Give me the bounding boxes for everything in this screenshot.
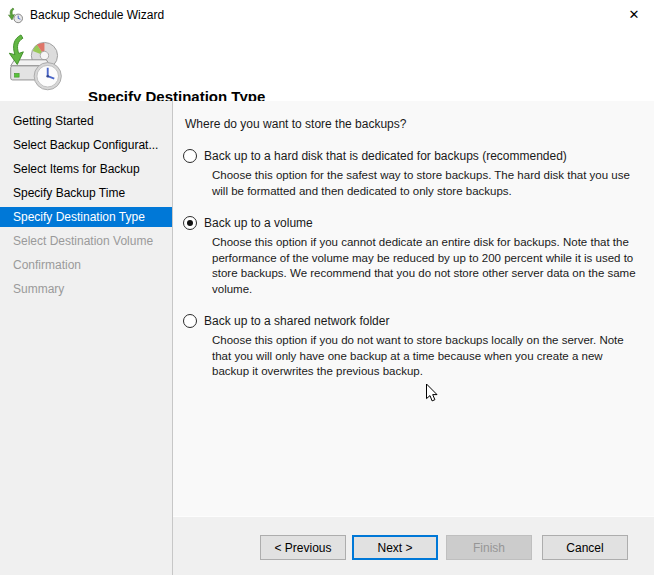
option-shared-network-folder-row[interactable]: Back up to a shared network folder: [183, 313, 640, 329]
sidebar-item-specify-backup-time[interactable]: Specify Backup Time: [0, 181, 172, 205]
option-label[interactable]: Back up to a hard disk that is dedicated…: [204, 149, 567, 163]
option-volume: Back up to a volume Choose this option i…: [185, 215, 640, 297]
window-title: Backup Schedule Wizard: [30, 8, 164, 22]
option-dedicated-hard-disk-row[interactable]: Back up to a hard disk that is dedicated…: [183, 148, 640, 164]
previous-button[interactable]: < Previous: [260, 535, 346, 560]
sidebar-item-specify-destination-type[interactable]: Specify Destination Type: [0, 207, 172, 227]
option-volume-row[interactable]: Back up to a volume: [183, 215, 640, 231]
title-bar: Backup Schedule Wizard ✕: [0, 0, 654, 30]
option-description: Choose this option if you do not want to…: [212, 333, 640, 380]
radio-volume[interactable]: [183, 216, 197, 230]
wizard-button-strip: < Previous Next > Finish Cancel: [173, 516, 654, 575]
sidebar-item-confirmation: Confirmation: [0, 253, 172, 277]
backup-disk-clock-icon: [6, 33, 66, 95]
question-label: Where do you want to store the backups?: [185, 117, 640, 132]
sidebar-item-summary: Summary: [0, 277, 172, 301]
wizard-steps-sidebar: Getting Started Select Backup Configurat…: [0, 101, 173, 575]
destination-type-panel: Where do you want to store the backups? …: [173, 101, 654, 516]
option-label[interactable]: Back up to a volume: [204, 216, 313, 230]
close-button[interactable]: ✕: [614, 0, 654, 29]
sidebar-item-select-backup-configuration[interactable]: Select Backup Configurat...: [0, 133, 172, 157]
option-shared-network-folder: Back up to a shared network folder Choos…: [185, 313, 640, 380]
option-description: Choose this option if you cannot dedicat…: [212, 235, 640, 297]
option-label[interactable]: Back up to a shared network folder: [204, 314, 389, 328]
backup-schedule-icon: [7, 7, 24, 24]
radio-dedicated-hard-disk[interactable]: [183, 149, 197, 163]
finish-button[interactable]: Finish: [446, 535, 532, 560]
next-button[interactable]: Next >: [352, 535, 438, 560]
radio-shared-network-folder[interactable]: [183, 314, 197, 328]
wizard-header: Specify Destination Type: [0, 30, 654, 101]
option-description: Choose this option for the safest way to…: [212, 168, 640, 199]
backup-schedule-wizard-window: Backup Schedule Wizard ✕ Specify Destina…: [0, 0, 654, 575]
sidebar-item-select-destination-volume: Select Destination Volume: [0, 229, 172, 253]
sidebar-item-select-items-for-backup[interactable]: Select Items for Backup: [0, 157, 172, 181]
cancel-button[interactable]: Cancel: [542, 535, 628, 560]
sidebar-item-getting-started[interactable]: Getting Started: [0, 109, 172, 133]
close-icon: ✕: [629, 7, 640, 22]
option-dedicated-hard-disk: Back up to a hard disk that is dedicated…: [185, 148, 640, 199]
